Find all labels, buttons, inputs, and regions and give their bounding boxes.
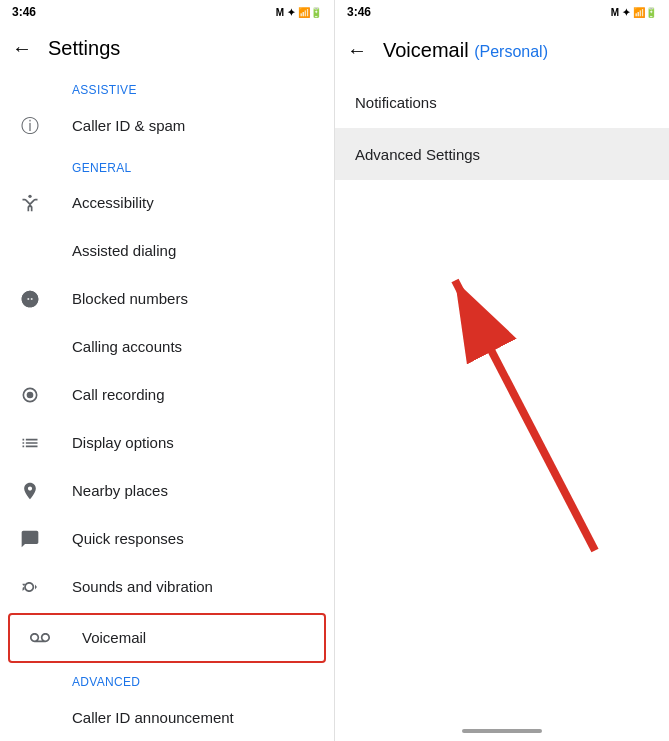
call-recording-icon [16, 385, 44, 405]
blocked-numbers-icon [16, 289, 44, 309]
left-header: ← Settings [0, 24, 334, 73]
left-status-bar: 3:46 M ✦ 📶🔋 [0, 0, 334, 24]
twitter-icon: ✦ [287, 7, 295, 18]
home-indicator [462, 729, 542, 733]
right-status-icons: M ✦ 📶🔋 [611, 7, 657, 18]
voicemail-icon [26, 628, 54, 648]
voicemail-title-text: Voicemail [383, 39, 469, 61]
sidebar-item-call-recording[interactable]: Call recording [0, 371, 334, 419]
caller-id-label: Caller ID & spam [72, 117, 318, 134]
right-time: 3:46 [347, 5, 371, 19]
settings-title: Settings [48, 37, 120, 60]
quick-responses-icon [16, 529, 44, 549]
msg-icon: M [276, 7, 284, 18]
display-options-icon [16, 433, 44, 453]
red-arrow-svg [335, 180, 669, 721]
bottom-indicator [335, 721, 669, 741]
back-button[interactable]: ← [12, 37, 32, 60]
sounds-vibration-icon [16, 577, 44, 597]
left-status-icons: M ✦ 📶🔋 [276, 7, 322, 18]
voicemail-page-title: Voicemail (Personal) [383, 39, 548, 62]
right-msg-icon: M [611, 7, 619, 18]
caller-id-announcement-label: Caller ID announcement [72, 709, 318, 726]
svg-point-2 [27, 392, 34, 399]
svg-point-0 [28, 195, 31, 198]
sidebar-item-calling-accounts[interactable]: Calling accounts [0, 323, 334, 371]
sidebar-item-caller-id-announcement[interactable]: Caller ID announcement [0, 693, 334, 741]
left-panel: 3:46 M ✦ 📶🔋 ← Settings ASSISTIVE ⓘ Calle… [0, 0, 335, 741]
voicemail-label: Voicemail [82, 629, 308, 646]
blocked-numbers-label: Blocked numbers [72, 290, 318, 307]
sounds-vibration-label: Sounds and vibration [72, 578, 318, 595]
caller-id-icon: ⓘ [16, 114, 44, 138]
sidebar-item-quick-responses[interactable]: Quick responses [0, 515, 334, 563]
voicemail-personal-badge: (Personal) [474, 43, 548, 60]
sidebar-item-caller-id[interactable]: ⓘ Caller ID & spam [0, 101, 334, 151]
sidebar-item-accessibility[interactable]: Accessibility [0, 179, 334, 227]
notifications-label: Notifications [355, 94, 437, 111]
advanced-section-label: ADVANCED [0, 665, 334, 693]
right-back-button[interactable]: ← [347, 39, 367, 62]
arrow-area [335, 180, 669, 721]
general-section-label: GENERAL [0, 151, 334, 179]
quick-responses-label: Quick responses [72, 530, 318, 547]
sidebar-item-assisted-dialing[interactable]: Assisted dialing [0, 227, 334, 275]
call-recording-label: Call recording [72, 386, 318, 403]
display-options-label: Display options [72, 434, 318, 451]
assistive-section-label: ASSISTIVE [0, 73, 334, 101]
sidebar-item-sounds-vibration[interactable]: Sounds and vibration [0, 563, 334, 611]
sidebar-item-voicemail[interactable]: Voicemail [8, 613, 326, 663]
nearby-places-icon [16, 481, 44, 501]
right-header: ← Voicemail (Personal) [335, 24, 669, 76]
nearby-places-label: Nearby places [72, 482, 318, 499]
right-status-bar: 3:46 M ✦ 📶🔋 [335, 0, 669, 24]
right-signal-icons: 📶🔋 [633, 7, 657, 18]
sidebar-item-nearby-places[interactable]: Nearby places [0, 467, 334, 515]
calling-accounts-label: Calling accounts [72, 338, 318, 355]
advanced-settings-label: Advanced Settings [355, 146, 480, 163]
right-menu-advanced-settings[interactable]: Advanced Settings [335, 128, 669, 180]
signal-icons: 📶🔋 [298, 7, 322, 18]
right-panel: 3:46 M ✦ 📶🔋 ← Voicemail (Personal) Notif… [335, 0, 669, 741]
accessibility-label: Accessibility [72, 194, 318, 211]
accessibility-icon [16, 193, 44, 213]
sidebar-item-display-options[interactable]: Display options [0, 419, 334, 467]
left-time: 3:46 [12, 5, 36, 19]
sidebar-item-blocked-numbers[interactable]: Blocked numbers [0, 275, 334, 323]
assisted-dialing-label: Assisted dialing [72, 242, 318, 259]
right-menu-notifications[interactable]: Notifications [335, 76, 669, 128]
right-twitter-icon: ✦ [622, 7, 630, 18]
svg-line-4 [455, 281, 595, 551]
